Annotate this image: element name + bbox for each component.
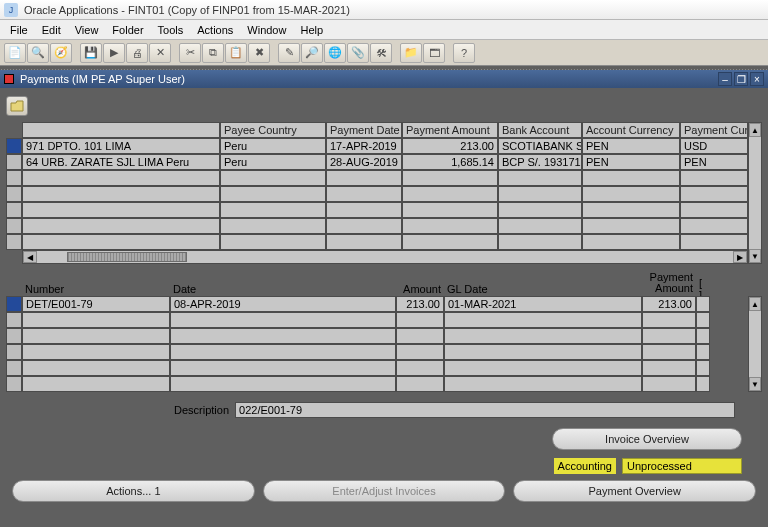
row-marker[interactable] [6, 186, 22, 202]
tool-clear-icon[interactable]: ✖ [248, 43, 270, 63]
accounting-field[interactable] [627, 460, 737, 472]
menu-file[interactable]: File [4, 22, 34, 38]
cell-bracket[interactable] [696, 296, 710, 312]
cell-address[interactable]: 971 DPTO. 101 LIMA [22, 138, 220, 154]
col-payment-date[interactable]: Payment Date [326, 122, 402, 138]
folder-tools-button[interactable] [6, 96, 28, 116]
col-payee-country[interactable]: Payee Country [220, 122, 326, 138]
scroll-right-icon[interactable]: ▶ [733, 251, 747, 263]
hscrollbar[interactable]: ◀ ▶ [22, 250, 748, 264]
row-marker[interactable] [6, 344, 22, 360]
cell-payment-date[interactable]: 28-AUG-2019 [326, 154, 402, 170]
table-row[interactable]: 971 DPTO. 101 LIMA Peru 17-APR-2019 213.… [22, 138, 748, 154]
menu-edit[interactable]: Edit [36, 22, 67, 38]
row-marker[interactable] [6, 202, 22, 218]
scroll-down-icon[interactable]: ▼ [749, 377, 761, 391]
tool-cut-icon[interactable]: ✂ [179, 43, 201, 63]
cell-address[interactable]: 64 URB. ZARATE SJL LIMA Peru [22, 154, 220, 170]
payment-overview-button[interactable]: Payment Overview [513, 480, 756, 502]
scroll-up-icon[interactable]: ▲ [749, 123, 761, 137]
tool-next-icon[interactable]: ▶ [103, 43, 125, 63]
row-marker[interactable] [6, 328, 22, 344]
menu-folder[interactable]: Folder [106, 22, 149, 38]
window-restore-icon[interactable]: ❐ [734, 72, 748, 86]
row-marker[interactable] [6, 170, 22, 186]
row-marker[interactable] [6, 218, 22, 234]
cell-gl-date[interactable]: 01-MAR-2021 [444, 296, 642, 312]
cell-date[interactable]: 08-APR-2019 [170, 296, 396, 312]
cell-payment-date[interactable]: 17-APR-2019 [326, 138, 402, 154]
col-gl-date: GL Date [444, 282, 642, 296]
tool-zoom-icon[interactable]: 🔎 [301, 43, 323, 63]
cell-account-currency[interactable]: PEN [582, 154, 680, 170]
row-marker-active[interactable] [6, 296, 22, 312]
tool-edit-icon[interactable]: ✎ [278, 43, 300, 63]
menu-view[interactable]: View [69, 22, 105, 38]
row-marker[interactable] [6, 376, 22, 392]
tool-copy-icon[interactable]: ⧉ [202, 43, 224, 63]
col-number: Number [22, 282, 170, 296]
window-titlebar[interactable]: Payments (IM PE AP Super User) – ❐ × [0, 70, 768, 88]
actions-button[interactable]: Actions... 1 [12, 480, 255, 502]
col-payment-amount[interactable]: Payment Amount [402, 122, 498, 138]
tool-print-icon[interactable]: 🖨 [126, 43, 148, 63]
cell-payment-amount[interactable]: 213.00 [402, 138, 498, 154]
cell-payee-country[interactable]: Peru [220, 138, 326, 154]
row-marker[interactable] [6, 312, 22, 328]
cell-number[interactable]: DET/E001-79 [22, 296, 170, 312]
invoice-overview-button[interactable]: Invoice Overview [552, 428, 742, 450]
col-account-currency[interactable]: Account Currency [582, 122, 680, 138]
tool-tools-icon[interactable]: 🛠 [370, 43, 392, 63]
toolbar: 📄 🔍 🧭 💾 ▶ 🖨 ✕ ✂ ⧉ 📋 ✖ ✎ 🔎 🌐 📎 🛠 📁 🗔 ? [0, 40, 768, 66]
row-marker-active[interactable] [6, 138, 22, 154]
accounting-label: Accounting [554, 458, 616, 474]
row-marker[interactable] [6, 360, 22, 376]
tool-translate-icon[interactable]: 🌐 [324, 43, 346, 63]
window-minimize-icon[interactable]: – [718, 72, 732, 86]
menu-help[interactable]: Help [294, 22, 329, 38]
tool-save-icon[interactable]: 💾 [80, 43, 102, 63]
cell-payment-amount[interactable]: 213.00 [642, 296, 696, 312]
tool-window-icon[interactable]: 🗔 [423, 43, 445, 63]
scroll-up-icon[interactable]: ▲ [749, 297, 761, 311]
row-marker[interactable] [6, 234, 22, 250]
scroll-left-icon[interactable]: ◀ [23, 251, 37, 263]
window-close-icon[interactable]: × [750, 72, 764, 86]
menu-tools[interactable]: Tools [152, 22, 190, 38]
app-title: Oracle Applications - FINT01 (Copy of FI… [24, 4, 350, 16]
table-row[interactable]: 64 URB. ZARATE SJL LIMA Peru Peru 28-AUG… [22, 154, 748, 170]
col-address[interactable] [22, 122, 220, 138]
tool-new-icon[interactable]: 📄 [4, 43, 26, 63]
row-marker[interactable] [6, 154, 22, 170]
tool-nav-icon[interactable]: 🧭 [50, 43, 72, 63]
tool-folder-icon[interactable]: 📁 [400, 43, 422, 63]
cell-amount[interactable]: 213.00 [396, 296, 444, 312]
app-logo-icon: J [4, 3, 18, 17]
col-bank-account[interactable]: Bank Account [498, 122, 582, 138]
table-row[interactable]: DET/E001-79 08-APR-2019 213.00 01-MAR-20… [22, 296, 748, 312]
menu-window[interactable]: Window [241, 22, 292, 38]
scroll-thumb[interactable] [67, 252, 187, 262]
tool-close-icon[interactable]: ✕ [149, 43, 171, 63]
menu-actions[interactable]: Actions [191, 22, 239, 38]
tool-find-icon[interactable]: 🔍 [27, 43, 49, 63]
cell-account-currency[interactable]: PEN [582, 138, 680, 154]
window-system-icon[interactable] [4, 74, 14, 84]
cell-bank-account[interactable]: BCP S/. 1931711 [498, 154, 582, 170]
cell-payment-curr[interactable]: USD [680, 138, 748, 154]
tool-help-icon[interactable]: ? [453, 43, 475, 63]
cell-bank-account[interactable]: SCOTIABANK S/ [498, 138, 582, 154]
cell-payment-amount[interactable]: 1,685.14 [402, 154, 498, 170]
vscrollbar[interactable]: ▲ ▼ [748, 122, 762, 264]
scroll-down-icon[interactable]: ▼ [749, 249, 761, 263]
payments-window: Payments (IM PE AP Super User) – ❐ × [0, 70, 768, 512]
tool-attach-icon[interactable]: 📎 [347, 43, 369, 63]
vscrollbar[interactable]: ▲ ▼ [748, 296, 762, 392]
row-markers [6, 122, 22, 264]
tool-paste-icon[interactable]: 📋 [225, 43, 247, 63]
cell-payee-country[interactable]: Peru [220, 154, 326, 170]
invoice-grid: DET/E001-79 08-APR-2019 213.00 01-MAR-20… [6, 296, 762, 392]
cell-payment-curr[interactable]: PEN [680, 154, 748, 170]
description-field[interactable] [235, 402, 735, 418]
col-payment-curr[interactable]: Payment Curr [680, 122, 748, 138]
